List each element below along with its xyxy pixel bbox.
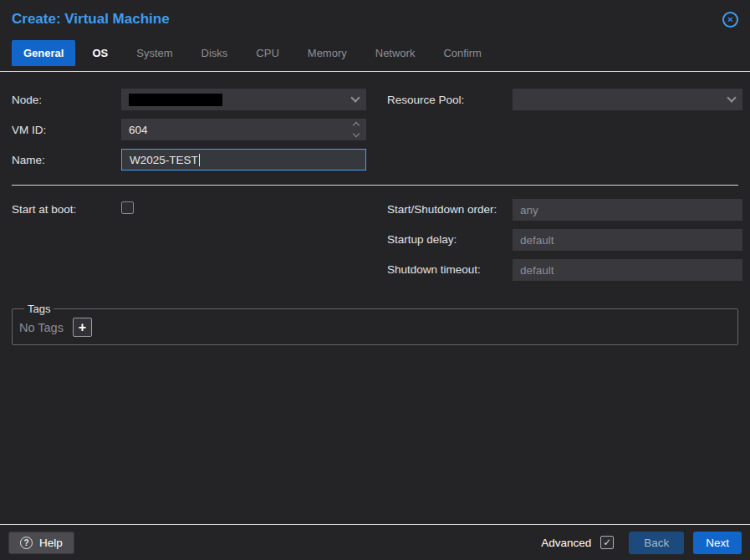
tags-legend: Tags (24, 303, 54, 315)
start-shutdown-order-input[interactable]: any (513, 199, 742, 221)
tab-memory: Memory (296, 40, 359, 66)
start-at-boot-checkbox[interactable] (121, 201, 134, 214)
vmid-value: 604 (129, 124, 148, 136)
dialog-title: Create: Virtual Machine (12, 11, 170, 28)
start-shutdown-order-placeholder: any (520, 204, 538, 216)
startup-delay-placeholder: default (520, 234, 554, 247)
name-input[interactable]: W2025-TEST (121, 149, 366, 171)
next-button[interactable]: Next (693, 532, 742, 554)
name-value: W2025-TEST (130, 154, 198, 166)
resource-pool-combobox[interactable] (513, 89, 742, 110)
shutdown-timeout-placeholder: default (520, 264, 554, 277)
name-label: Name: (12, 154, 121, 166)
chevron-up-icon (353, 122, 360, 129)
tab-system: System (125, 40, 184, 66)
add-tag-button[interactable]: + (73, 318, 92, 337)
dialog-footer: Help Advanced Back Next (0, 524, 750, 560)
vmid-label: VM ID: (12, 124, 121, 136)
general-form: Node: Resource Pool: VM ID: 604 Name: W2… (0, 72, 750, 345)
node-value-redacted (129, 94, 222, 106)
advanced-label: Advanced (541, 537, 591, 549)
tab-bar: General OS System Disks CPU Memory Netwo… (0, 38, 750, 72)
vmid-spinner[interactable]: 604 (121, 119, 366, 140)
section-divider (12, 185, 738, 186)
advanced-checkbox[interactable] (600, 536, 614, 549)
shutdown-timeout-input[interactable]: default (513, 259, 742, 281)
tab-confirm: Confirm (431, 40, 493, 66)
plus-icon: + (79, 321, 86, 334)
resource-pool-label: Resource Pool: (387, 94, 513, 106)
help-button-label: Help (39, 537, 63, 549)
tab-network: Network (364, 40, 427, 66)
tab-general[interactable]: General (12, 40, 75, 66)
chevron-down-icon (353, 130, 360, 137)
chevron-down-icon (727, 93, 736, 102)
tab-disks: Disks (190, 40, 240, 66)
text-cursor (199, 154, 200, 166)
help-button[interactable]: Help (8, 532, 74, 554)
start-shutdown-order-label: Start/Shutdown order: (387, 199, 513, 216)
close-icon[interactable] (722, 12, 738, 28)
node-label: Node: (12, 94, 121, 106)
question-icon (20, 537, 33, 549)
tab-os[interactable]: OS (80, 40, 120, 66)
back-button[interactable]: Back (629, 532, 684, 554)
start-at-boot-label: Start at boot: (12, 199, 121, 216)
shutdown-timeout-label: Shutdown timeout: (387, 259, 513, 277)
chevron-down-icon (350, 93, 360, 102)
dialog-titlebar: Create: Virtual Machine (0, 0, 750, 38)
tags-fieldset: Tags No Tags + (12, 303, 738, 345)
tab-cpu: CPU (244, 40, 290, 66)
startup-delay-input[interactable]: default (513, 229, 742, 251)
startup-delay-label: Startup delay: (387, 229, 513, 247)
no-tags-text: No Tags (19, 321, 64, 334)
node-combobox[interactable] (121, 89, 366, 110)
create-vm-dialog: Create: Virtual Machine General OS Syste… (0, 0, 750, 345)
spinner-arrows[interactable] (354, 123, 359, 136)
